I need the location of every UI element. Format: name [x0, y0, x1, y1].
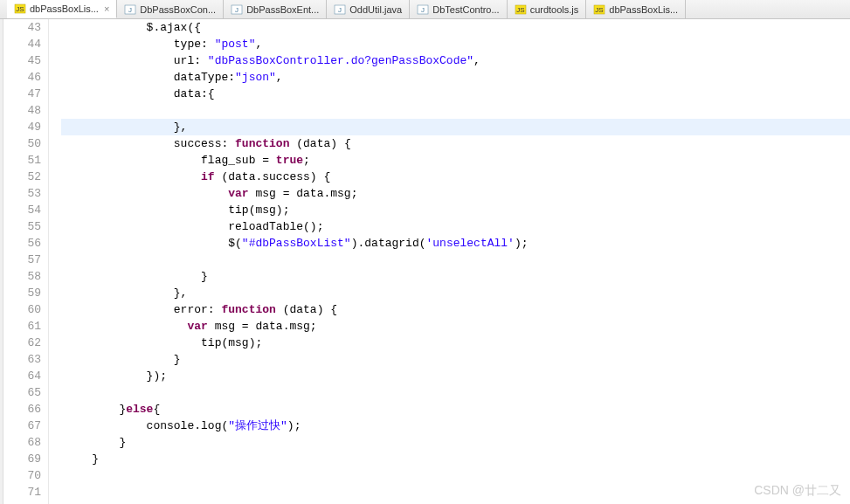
code-area[interactable]: $.ajax({ type: "post", url: "dbPassBoxCo…: [61, 19, 850, 504]
line-number: 47: [3, 86, 41, 102]
code-line[interactable]: var msg = data.msg;: [61, 318, 850, 335]
code-line[interactable]: }: [61, 451, 850, 467]
line-number: 67: [3, 418, 41, 434]
line-number: 52: [3, 169, 41, 185]
code-line[interactable]: tip(msg);: [61, 202, 850, 218]
svg-text:JS: JS: [516, 6, 524, 14]
code-line[interactable]: }: [61, 434, 850, 451]
line-number: 54: [3, 202, 41, 218]
code-line[interactable]: data:{: [61, 86, 850, 102]
code-token: true: [276, 154, 303, 167]
code-token: reloadTable();: [65, 220, 323, 233]
tab-label: DbPassBoxEnt...: [246, 4, 319, 15]
tab-label: DbTestContro...: [432, 4, 499, 15]
code-line[interactable]: },: [61, 119, 850, 135]
code-line[interactable]: });: [61, 368, 850, 384]
line-number: 45: [3, 52, 41, 69]
tab-label: dbPassBoxLis...: [609, 4, 678, 15]
editor-tab[interactable]: JOddUtil.java: [327, 0, 410, 18]
code-line[interactable]: var msg = data.msg;: [61, 185, 850, 202]
code-line[interactable]: url: "dbPassBoxController.do?genPassBoxC…: [61, 52, 850, 69]
editor-tab[interactable]: JDbTestContro...: [410, 0, 507, 18]
java-file-icon: J: [231, 3, 243, 16]
code-token: data:{: [65, 87, 215, 100]
editor-tab[interactable]: JDbPassBoxEnt...: [224, 0, 327, 18]
code-token: ,: [276, 71, 283, 84]
line-number: 56: [3, 235, 41, 252]
editor-tab[interactable]: JSdbPassBoxLis...: [586, 0, 686, 18]
code-line[interactable]: }else{: [61, 401, 850, 418]
tab-label: DbPassBoxCon...: [140, 4, 216, 15]
code-token: $.ajax({: [65, 21, 201, 34]
code-line[interactable]: [61, 384, 850, 401]
code-token: tip(msg);: [65, 336, 262, 349]
code-token: dataType:: [65, 71, 235, 84]
code-token: ,: [473, 54, 480, 67]
code-line[interactable]: success: function (data) {: [61, 135, 850, 152]
code-token: msg = data.msg;: [249, 187, 358, 200]
code-line[interactable]: [61, 467, 850, 484]
code-token: flag_sub =: [65, 154, 276, 167]
line-number: 68: [3, 434, 41, 451]
code-line[interactable]: }: [61, 351, 850, 368]
code-line[interactable]: if (data.success) {: [61, 169, 850, 185]
code-line[interactable]: tip(msg);: [61, 335, 850, 351]
line-number: 64: [3, 368, 41, 384]
svg-text:JS: JS: [596, 6, 604, 14]
code-line[interactable]: $.ajax({: [61, 19, 850, 36]
editor-tab[interactable]: JDbPassBoxCon...: [117, 0, 224, 18]
code-token: function: [221, 303, 275, 316]
line-number: 65: [3, 384, 41, 401]
code-token: }: [65, 270, 208, 283]
line-number: 51: [3, 152, 41, 169]
line-number: 70: [3, 467, 41, 484]
tab-label: dbPassBoxLis...: [30, 3, 99, 14]
code-token: error:: [65, 303, 221, 316]
code-token: [65, 170, 201, 183]
code-line[interactable]: }: [61, 268, 850, 285]
code-token: (data) {: [276, 303, 337, 316]
javascript-file-icon: JS: [515, 3, 527, 16]
code-token: "操作过快": [228, 419, 287, 432]
code-line[interactable]: flag_sub = true;: [61, 152, 850, 169]
code-line[interactable]: [61, 484, 850, 501]
code-line[interactable]: $("#dbPassBoxList").datagrid('unselectAl…: [61, 235, 850, 252]
code-editor: 4344454647484950515253545556575859606162…: [0, 19, 850, 504]
code-token: }: [65, 353, 181, 366]
line-number: 48: [3, 102, 41, 119]
code-token: ;: [303, 154, 310, 167]
svg-text:JS: JS: [16, 5, 24, 13]
tab-label: OddUtil.java: [349, 4, 402, 15]
code-token: $(: [65, 237, 242, 250]
svg-text:J: J: [128, 6, 132, 14]
code-token: {: [153, 403, 160, 416]
code-token: var: [228, 187, 248, 200]
editor-tab[interactable]: JSdbPassBoxLis...×: [7, 0, 117, 18]
code-line[interactable]: },: [61, 285, 850, 301]
line-number: 60: [3, 301, 41, 318]
line-number: 50: [3, 135, 41, 152]
code-token: "post": [215, 38, 256, 51]
code-token: "#dbPassBoxList": [242, 237, 351, 250]
code-token: },: [65, 121, 187, 134]
code-line[interactable]: type: "post",: [61, 36, 850, 52]
code-line[interactable]: error: function (data) {: [61, 301, 850, 318]
code-line[interactable]: [61, 102, 850, 119]
code-line[interactable]: dataType:"json",: [61, 69, 850, 86]
line-number-gutter: 4344454647484950515253545556575859606162…: [3, 19, 49, 504]
tab-label: curdtools.js: [530, 4, 579, 15]
code-token: [65, 320, 187, 333]
code-token: "json": [235, 71, 276, 84]
code-token: }: [65, 403, 126, 416]
code-token: ,: [255, 38, 262, 51]
code-line[interactable]: console.log("操作过快");: [61, 418, 850, 434]
close-tab-icon[interactable]: ×: [104, 3, 109, 14]
code-token: );: [287, 419, 301, 432]
code-token: }: [65, 452, 99, 466]
code-token: [65, 187, 228, 200]
code-line[interactable]: [61, 252, 850, 268]
code-line[interactable]: reloadTable();: [61, 218, 850, 235]
editor-tab[interactable]: JScurdtools.js: [508, 0, 587, 18]
fold-margin: [49, 19, 61, 504]
code-token: );: [515, 237, 529, 250]
